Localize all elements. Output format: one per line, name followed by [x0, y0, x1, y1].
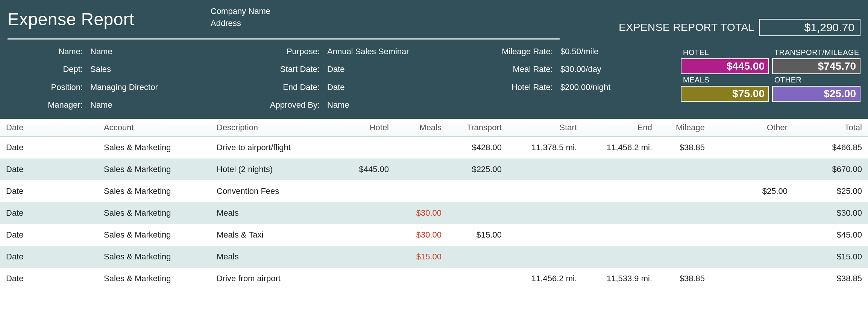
value-name: Name: [90, 43, 233, 60]
value-purpose: Annual Sales Seminar: [327, 43, 485, 60]
col-date: Date: [0, 119, 98, 137]
table-row: DateSales & MarketingMeals$15.00$15.00: [0, 246, 868, 268]
cell-end: 11,533.9 mi.: [583, 268, 658, 290]
cell-other: [711, 202, 794, 224]
label-meal-rate: Meal Rate:: [485, 60, 560, 78]
cell-account: Sales & Marketing: [98, 246, 211, 268]
cell-account: Sales & Marketing: [98, 268, 211, 290]
cell-end: 11,456.2 mi.: [583, 137, 658, 159]
card-meals: $75.00: [681, 86, 769, 102]
value-mileage-rate: $0.50/mile: [560, 43, 647, 60]
cell-mileage: [658, 224, 711, 246]
expense-table: Date Account Description Hotel Meals Tra…: [0, 119, 868, 290]
cell-date: Date: [0, 158, 98, 180]
cell-other: [711, 158, 794, 180]
cell-transport: [448, 202, 508, 224]
cell-other: $25.00: [711, 180, 794, 202]
table-row: DateSales & MarketingDrive to airport/fl…: [0, 137, 868, 159]
label-purpose: Purpose:: [233, 43, 327, 60]
table-row: DateSales & MarketingHotel (2 nights)$44…: [0, 158, 868, 180]
cell-start: [508, 158, 583, 180]
cell-mileage: [658, 158, 711, 180]
cell-end: [583, 202, 658, 224]
card-label-meals: MEALS: [681, 76, 769, 84]
value-manager: Name: [90, 96, 233, 114]
cell-transport: [448, 180, 508, 202]
cell-meals: $15.00: [395, 246, 448, 268]
cell-transport: $225.00: [448, 158, 508, 180]
cell-start: [508, 246, 583, 268]
cell-end: [583, 158, 658, 180]
cell-description: Meals & Taxi: [211, 224, 338, 246]
cell-mileage: $38.85: [658, 137, 711, 159]
label-manager: Manager:: [8, 96, 90, 114]
cell-end: [583, 224, 658, 246]
cell-account: Sales & Marketing: [98, 202, 211, 224]
company-block: Company Name Address: [211, 4, 619, 29]
label-position: Position:: [8, 78, 90, 96]
summary-cards: HOTEL TRANSPORT/MILEAGE $445.00 $745.70 …: [681, 48, 860, 102]
grand-total-label: EXPENSE REPORT TOTAL: [619, 21, 754, 34]
cell-hotel: [338, 246, 395, 268]
cell-total: $38.85: [794, 268, 868, 290]
cell-meals: [395, 180, 448, 202]
value-start-date: Date: [327, 60, 485, 78]
cell-account: Sales & Marketing: [98, 180, 211, 202]
cell-meals: $30.00: [395, 224, 448, 246]
label-end-date: End Date:: [233, 78, 327, 96]
cell-description: Hotel (2 nights): [211, 158, 338, 180]
col-transport: Transport: [448, 119, 508, 137]
cell-end: [583, 180, 658, 202]
col-total: Total: [794, 119, 868, 137]
cell-date: Date: [0, 202, 98, 224]
cell-description: Convention Fees: [211, 180, 338, 202]
grand-total-value: $1,290.70: [759, 19, 860, 36]
cell-date: Date: [0, 224, 98, 246]
cell-start: 11,378.5 mi.: [508, 137, 583, 159]
cell-mileage: [658, 180, 711, 202]
cell-hotel: [338, 224, 395, 246]
cell-hotel: [338, 137, 395, 159]
cell-total: $30.00: [794, 202, 868, 224]
cell-hotel: [338, 202, 395, 224]
company-address: Address: [211, 17, 619, 29]
card-hotel: $445.00: [681, 58, 769, 74]
cell-other: [711, 224, 794, 246]
value-position: Managing Director: [90, 78, 233, 96]
cell-account: Sales & Marketing: [98, 158, 211, 180]
table-row: DateSales & MarketingMeals & Taxi$30.00$…: [0, 224, 868, 246]
report-header: Expense Report Company Name Address EXPE…: [0, 0, 868, 119]
card-label-hotel: HOTEL: [681, 48, 769, 57]
table-header-row: Date Account Description Hotel Meals Tra…: [0, 119, 868, 137]
table-row: DateSales & MarketingConvention Fees$25.…: [0, 180, 868, 202]
cell-account: Sales & Marketing: [98, 137, 211, 159]
cell-mileage: [658, 246, 711, 268]
cell-description: Drive to airport/flight: [211, 137, 338, 159]
cell-description: Drive from airport: [211, 268, 338, 290]
cell-other: [711, 137, 794, 159]
cell-end: [583, 246, 658, 268]
cell-hotel: [338, 180, 395, 202]
card-transport: $745.70: [772, 58, 860, 74]
label-dept: Dept:: [8, 60, 90, 78]
card-other: $25.00: [772, 86, 860, 102]
col-meals: Meals: [395, 119, 448, 137]
col-start: Start: [508, 119, 583, 137]
col-other: Other: [711, 119, 794, 137]
grand-total-block: EXPENSE REPORT TOTAL $1,290.70: [619, 4, 860, 36]
cell-mileage: $38.85: [658, 268, 711, 290]
cell-start: [508, 224, 583, 246]
table-row: DateSales & MarketingMeals$30.00$30.00: [0, 202, 868, 224]
cell-total: $15.00: [794, 246, 868, 268]
cell-hotel: $445.00: [338, 158, 395, 180]
cell-other: [711, 268, 794, 290]
value-dept: Sales: [90, 60, 233, 78]
cell-meals: $30.00: [395, 202, 448, 224]
col-hotel: Hotel: [338, 119, 395, 137]
cell-total: $45.00: [794, 224, 868, 246]
col-description: Description: [211, 119, 338, 137]
label-mileage-rate: Mileage Rate:: [485, 43, 560, 60]
col-mileage: Mileage: [658, 119, 711, 137]
cell-start: [508, 202, 583, 224]
label-start-date: Start Date:: [233, 60, 327, 78]
